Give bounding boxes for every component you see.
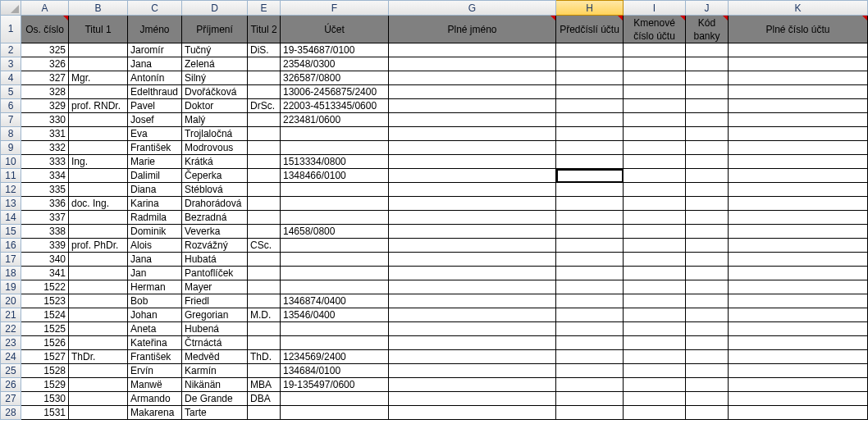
cell[interactable]: Medvěd bbox=[182, 350, 248, 364]
cell[interactable]: 339 bbox=[21, 239, 69, 253]
cell[interactable] bbox=[686, 197, 729, 211]
cell[interactable] bbox=[686, 43, 729, 57]
cell[interactable] bbox=[389, 322, 556, 336]
row-header-24[interactable]: 24 bbox=[0, 350, 21, 364]
cell[interactable] bbox=[729, 225, 868, 239]
column-header-D[interactable]: D bbox=[182, 0, 248, 16]
cell[interactable] bbox=[389, 350, 556, 364]
cell[interactable]: Karmín bbox=[182, 364, 248, 378]
cell[interactable] bbox=[69, 57, 128, 71]
row-header-16[interactable]: 16 bbox=[0, 239, 21, 253]
cell[interactable] bbox=[729, 43, 868, 57]
cell[interactable]: Ing. bbox=[69, 155, 128, 169]
cell[interactable] bbox=[556, 364, 624, 378]
cell[interactable]: Gregorian bbox=[182, 308, 248, 322]
cell[interactable] bbox=[389, 253, 556, 267]
column-header-B[interactable]: B bbox=[69, 0, 128, 16]
cell[interactable] bbox=[69, 43, 128, 57]
cell[interactable] bbox=[556, 183, 624, 197]
cell[interactable] bbox=[729, 169, 868, 183]
cell[interactable]: 13546/0400 bbox=[281, 308, 389, 322]
cell[interactable] bbox=[389, 211, 556, 225]
row-header-8[interactable]: 8 bbox=[0, 127, 21, 141]
cell[interactable] bbox=[729, 57, 868, 71]
cell[interactable]: Jaromír bbox=[128, 43, 182, 57]
cell[interactable] bbox=[69, 211, 128, 225]
cell[interactable]: 1529 bbox=[21, 378, 69, 392]
select-all-corner[interactable] bbox=[0, 0, 21, 16]
cell[interactable] bbox=[729, 155, 868, 169]
cell[interactable]: Marie bbox=[128, 155, 182, 169]
cell[interactable] bbox=[729, 378, 868, 392]
cell[interactable]: Tučný bbox=[182, 43, 248, 57]
cell[interactable]: 329 bbox=[21, 99, 69, 113]
cell[interactable]: 335 bbox=[21, 183, 69, 197]
cell[interactable]: Manwë bbox=[128, 378, 182, 392]
cell[interactable]: 22003-4513345/0600 bbox=[281, 99, 389, 113]
cell[interactable]: 1527 bbox=[21, 350, 69, 364]
cell[interactable] bbox=[281, 253, 389, 267]
cell[interactable]: Veverka bbox=[182, 225, 248, 239]
cell[interactable]: Pavel bbox=[128, 99, 182, 113]
cell[interactable] bbox=[729, 406, 868, 420]
cell[interactable] bbox=[69, 378, 128, 392]
cell[interactable]: 23548/0300 bbox=[281, 57, 389, 71]
cell[interactable] bbox=[281, 406, 389, 420]
cell[interactable]: 19-135497/0600 bbox=[281, 378, 389, 392]
cell[interactable] bbox=[686, 155, 729, 169]
header-cell[interactable]: Plné číslo účtu bbox=[729, 16, 868, 43]
cell[interactable] bbox=[624, 280, 686, 294]
cell[interactable] bbox=[556, 392, 624, 406]
cell[interactable] bbox=[556, 239, 624, 253]
cell[interactable] bbox=[556, 99, 624, 113]
cell[interactable] bbox=[686, 169, 729, 183]
cell[interactable] bbox=[69, 280, 128, 294]
cell[interactable] bbox=[69, 113, 128, 127]
cell[interactable] bbox=[556, 406, 624, 420]
cell[interactable]: 330 bbox=[21, 113, 69, 127]
cell[interactable]: prof. PhDr. bbox=[69, 239, 128, 253]
cell[interactable]: 1522 bbox=[21, 280, 69, 294]
cell[interactable]: Herman bbox=[128, 280, 182, 294]
cell[interactable] bbox=[248, 197, 281, 211]
cell[interactable]: František bbox=[128, 350, 182, 364]
cell[interactable] bbox=[729, 99, 868, 113]
cell[interactable]: CSc. bbox=[248, 239, 281, 253]
cell[interactable] bbox=[556, 71, 624, 85]
cell[interactable]: 325 bbox=[21, 43, 69, 57]
cell[interactable] bbox=[389, 99, 556, 113]
cell[interactable] bbox=[729, 239, 868, 253]
cell[interactable]: 328 bbox=[21, 85, 69, 99]
cell[interactable] bbox=[389, 308, 556, 322]
cell[interactable] bbox=[69, 141, 128, 155]
cell[interactable]: 336 bbox=[21, 197, 69, 211]
cell[interactable] bbox=[281, 141, 389, 155]
cell[interactable] bbox=[389, 378, 556, 392]
cell[interactable] bbox=[556, 294, 624, 308]
cell[interactable] bbox=[281, 127, 389, 141]
cell[interactable] bbox=[389, 85, 556, 99]
column-header-C[interactable]: C bbox=[128, 0, 182, 16]
cell[interactable] bbox=[69, 336, 128, 350]
cell[interactable] bbox=[729, 113, 868, 127]
cell[interactable]: Doktor bbox=[182, 99, 248, 113]
cell[interactable] bbox=[729, 350, 868, 364]
header-cell[interactable]: Titul 2 bbox=[248, 16, 281, 43]
column-header-I[interactable]: I bbox=[624, 0, 686, 16]
cell[interactable] bbox=[556, 308, 624, 322]
cell[interactable] bbox=[556, 378, 624, 392]
cell[interactable] bbox=[686, 294, 729, 308]
cell[interactable]: Karina bbox=[128, 197, 182, 211]
cell[interactable] bbox=[686, 211, 729, 225]
row-header-13[interactable]: 13 bbox=[0, 197, 21, 211]
cell[interactable]: 1531 bbox=[21, 406, 69, 420]
cell[interactable]: M.D. bbox=[248, 308, 281, 322]
cell[interactable] bbox=[389, 57, 556, 71]
row-header-26[interactable]: 26 bbox=[0, 378, 21, 392]
cell[interactable] bbox=[248, 406, 281, 420]
cell[interactable]: Dvořáčková bbox=[182, 85, 248, 99]
cell[interactable] bbox=[729, 197, 868, 211]
cell[interactable]: 337 bbox=[21, 211, 69, 225]
row-header-6[interactable]: 6 bbox=[0, 99, 21, 113]
cell[interactable]: ThDr. bbox=[69, 350, 128, 364]
